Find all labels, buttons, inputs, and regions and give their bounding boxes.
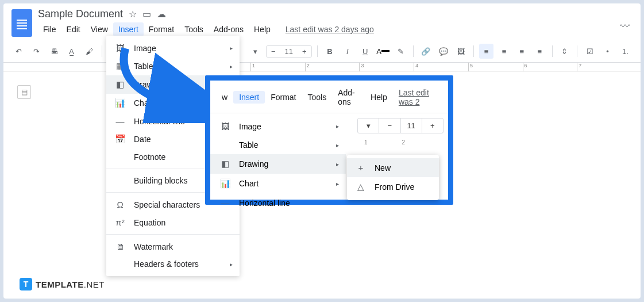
template-logo-icon: T [20, 278, 32, 290]
chevron-right-icon: ▸ [336, 142, 339, 148]
callout-last-edit[interactable]: Last edit was 2 [393, 86, 442, 108]
callout-size-drop[interactable]: ▾ [358, 118, 379, 133]
chevron-right-icon: ▸ [230, 45, 233, 51]
redo-button[interactable]: ↷ [29, 44, 44, 59]
menu-insert[interactable]: Insert [113, 22, 144, 36]
callout-size-minus[interactable]: − [379, 118, 400, 133]
callout-insert-image[interactable]: 🖼Image▸ [210, 117, 346, 136]
callout-menu-help[interactable]: Help [365, 91, 393, 104]
callout-insert-table[interactable]: Table▸ [210, 136, 346, 154]
menu-file[interactable]: File [38, 22, 61, 36]
insert-watermark[interactable]: 🗎Watermark [106, 238, 240, 255]
separator [552, 45, 553, 57]
paint-format-button[interactable]: 🖌 [82, 44, 97, 59]
bold-button[interactable]: B [323, 44, 337, 59]
menu-bar: File Edit View Insert Format Tools Add-o… [38, 22, 633, 36]
ruler: 123 4567 [3, 63, 641, 72]
star-icon[interactable]: ☆ [129, 9, 137, 20]
bulleted-list-button[interactable]: • [600, 44, 615, 59]
separator [106, 234, 240, 235]
chevron-right-icon: ▸ [336, 181, 339, 187]
drawing-icon: ◧ [219, 159, 231, 169]
link-button[interactable]: 🔗 [419, 44, 433, 59]
last-edit-link[interactable]: Last edit was 2 days ago [280, 22, 379, 36]
align-center-button[interactable]: ≡ [497, 44, 511, 59]
menu-view[interactable]: View [86, 22, 113, 36]
print-button[interactable]: 🖶 [47, 44, 61, 59]
chart-icon: 📊 [219, 178, 231, 189]
separator [102, 45, 102, 57]
watermark-icon: 🗎 [114, 242, 126, 251]
chevron-right-icon: ▸ [336, 161, 339, 167]
callout-insert-drawing[interactable]: ◧Drawing▸ [210, 154, 346, 174]
menu-edit[interactable]: Edit [61, 22, 86, 36]
special-icon: Ω [114, 200, 126, 209]
comment-button[interactable]: 💬 [437, 44, 451, 59]
callout-menu-format[interactable]: Format [265, 91, 302, 104]
insert-equation[interactable]: π²Equation [106, 213, 240, 231]
increase-font[interactable]: + [298, 46, 311, 57]
callout-menu-addons[interactable]: Add-ons [332, 86, 365, 108]
spellcheck-button[interactable]: A̲ [65, 44, 79, 59]
image-button[interactable]: 🖼 [454, 44, 468, 59]
checklist-button[interactable]: ☑ [583, 44, 597, 59]
annotation-arrow [108, 43, 211, 123]
align-right-button[interactable]: ≡ [515, 44, 529, 59]
separator [473, 45, 474, 57]
move-icon[interactable]: ▭ [142, 9, 151, 20]
menu-help[interactable]: Help [249, 22, 276, 36]
callout-size-plus[interactable]: + [422, 118, 443, 133]
plus-icon: + [355, 163, 367, 173]
callout-insert-dropdown: 🖼Image▸ Table▸ ◧Drawing▸ 📊Chart▸ —Horizo… [210, 113, 346, 216]
callout-menu-insert[interactable]: Insert [233, 91, 265, 104]
callout-insert-hline[interactable]: —Horizontal line [210, 193, 346, 212]
toolbar: ↶ ↷ 🖶 A̲ 🖌 ▾ − 11 + B I U A ✎ 🔗 💬 🖼 ≡ ≡ … [3, 40, 641, 63]
callout-menu-tools[interactable]: Tools [302, 91, 332, 104]
callout-ruler: 12 [350, 139, 444, 146]
date-icon: 📅 [114, 134, 126, 144]
menu-tools[interactable]: Tools [179, 22, 209, 36]
hline-icon: — [219, 198, 231, 208]
text-color-button[interactable]: A [376, 44, 390, 59]
image-icon: 🖼 [219, 121, 231, 131]
font-size-value[interactable]: 11 [280, 46, 298, 57]
italic-button[interactable]: I [340, 44, 354, 59]
undo-button[interactable]: ↶ [11, 44, 26, 59]
separator [317, 45, 318, 57]
docs-logo-icon[interactable] [11, 9, 32, 37]
equation-icon: π² [114, 217, 126, 227]
outline-toggle[interactable]: ▤ [17, 85, 31, 99]
separator [413, 45, 414, 57]
drawing-submenu: +New △From Drive [347, 155, 439, 200]
font-size-control[interactable]: − 11 + [266, 45, 312, 58]
cloud-icon[interactable]: ☁ [157, 9, 166, 20]
callout-menu-w: w [216, 91, 233, 104]
drawing-new[interactable]: +New [347, 158, 439, 177]
zoom-dropdown[interactable]: ▾ [248, 44, 263, 59]
align-left-button[interactable]: ≡ [479, 44, 493, 59]
insert-headers[interactable]: Headers & footers▸ [106, 255, 240, 273]
drive-icon: △ [355, 182, 367, 192]
document-title[interactable]: Sample Document [38, 8, 123, 20]
separator [577, 45, 577, 57]
chevron-right-icon: ▸ [336, 123, 339, 129]
line-spacing-button[interactable]: ⇕ [558, 44, 572, 59]
chevron-right-icon: ▸ [230, 63, 233, 70]
callout-menubar: w Insert Format Tools Add-ons Help Last … [210, 81, 448, 113]
callout-panel: w Insert Format Tools Add-ons Help Last … [205, 75, 453, 205]
highlight-button[interactable]: ✎ [394, 44, 408, 59]
decrease-font[interactable]: − [267, 46, 280, 57]
underline-button[interactable]: U [358, 44, 372, 59]
numbered-list-button[interactable]: 1. [618, 44, 633, 59]
activity-icon[interactable]: 〰 [620, 21, 630, 33]
drawing-from-drive[interactable]: △From Drive [347, 177, 439, 197]
chevron-right-icon: ▸ [230, 261, 233, 267]
callout-font-size[interactable]: ▾ − 11 + [357, 118, 444, 133]
menu-addons[interactable]: Add-ons [209, 22, 249, 36]
template-net-watermark: T TEMPLATE.NET [20, 278, 105, 290]
callout-insert-chart[interactable]: 📊Chart▸ [210, 174, 346, 193]
menu-format[interactable]: Format [144, 22, 179, 36]
callout-size-val[interactable]: 11 [400, 118, 422, 133]
align-justify-button[interactable]: ≡ [533, 44, 547, 59]
